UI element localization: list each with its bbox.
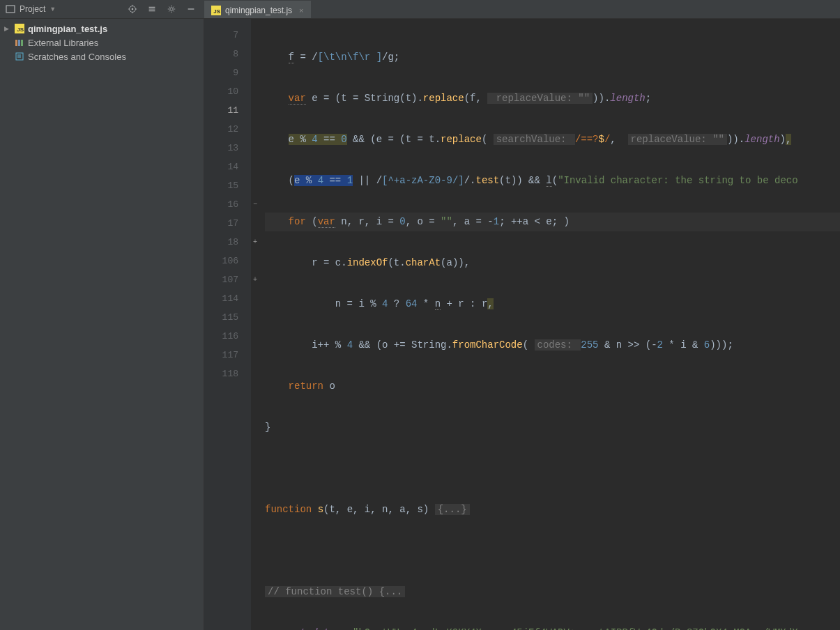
code-area[interactable]: f = /[\t\n\f\r ]/g; var e = (t = String(…	[251, 19, 840, 630]
tree-label: qimingpian_test.js	[28, 24, 107, 34]
line-gutter[interactable]: 7891011121314151617181061071141151161171…	[204, 19, 251, 630]
expand-all-icon[interactable]	[144, 1, 160, 17]
project-toolbar: Project ▼	[0, 0, 204, 19]
svg-rect-6	[21, 40, 23, 46]
locate-icon[interactable]	[125, 1, 140, 17]
tab-label: qimingpian_test.js	[225, 6, 292, 15]
project-tree: ▶ JS qimingpian_test.js External Librari…	[0, 19, 204, 630]
js-icon: JS	[15, 24, 24, 33]
close-icon[interactable]: ×	[299, 6, 303, 15]
svg-rect-4	[15, 40, 17, 46]
code-editor: 7891011121314151617181061071141151161171…	[204, 19, 840, 630]
tree-item-file[interactable]: ▶ JS qimingpian_test.js	[0, 22, 204, 36]
library-icon	[14, 37, 25, 48]
svg-rect-5	[18, 40, 20, 46]
tab-file[interactable]: JS qimingpian_test.js ×	[204, 1, 311, 18]
editor-tab-bar: JS qimingpian_test.js ×	[204, 0, 840, 19]
svg-point-3	[170, 8, 173, 10]
gear-icon[interactable]	[164, 1, 179, 17]
minimize-icon[interactable]	[183, 1, 199, 17]
svg-point-2	[132, 8, 134, 10]
tree-label: Scratches and Consoles	[28, 52, 126, 62]
tree-item-lib[interactable]: External Libraries	[0, 36, 204, 49]
chevron-right-icon[interactable]: ▶	[4, 25, 11, 32]
svg-rect-8	[17, 54, 21, 58]
tree-item-scratch[interactable]: Scratches and Consoles	[0, 49, 204, 63]
scratch-icon	[14, 51, 25, 62]
js-icon: JS	[211, 6, 221, 15]
chevron-down-icon[interactable]: ▼	[49, 6, 56, 13]
tree-label: External Libraries	[28, 38, 98, 48]
project-label[interactable]: Project	[20, 4, 45, 14]
svg-rect-0	[6, 6, 15, 13]
project-icon	[6, 4, 15, 14]
